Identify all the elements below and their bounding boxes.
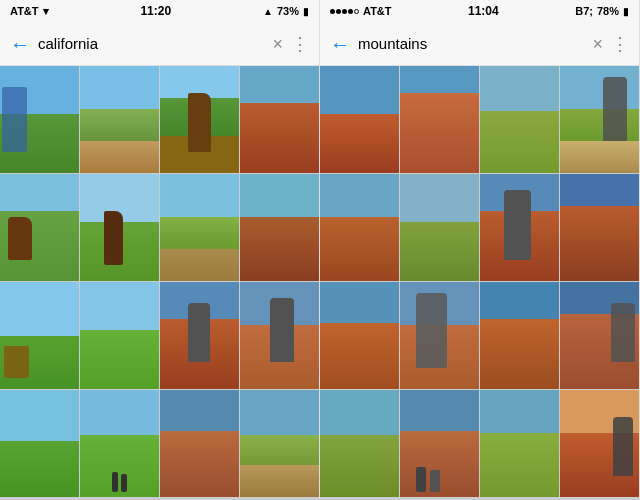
more-button-right[interactable]: ⋮ — [611, 35, 629, 53]
battery-icon-left: ▮ — [303, 6, 309, 17]
photo-cell[interactable] — [160, 66, 239, 173]
time-left: 11:20 — [140, 4, 171, 18]
photo-cell[interactable] — [480, 282, 559, 389]
photo-cell[interactable] — [80, 282, 159, 389]
photo-cell[interactable] — [240, 174, 319, 281]
photo-cell[interactable] — [400, 390, 479, 497]
back-button-right[interactable]: ← — [330, 34, 350, 54]
photo-cell[interactable] — [400, 174, 479, 281]
search-bar-right[interactable]: ← mountains × ⋮ — [320, 22, 639, 66]
right-panel: AT&T 11:04 B7; 78% ▮ ← mountains × ⋮ — [320, 0, 640, 500]
photo-cell[interactable] — [560, 282, 639, 389]
photo-cell[interactable] — [240, 66, 319, 173]
photo-cell[interactable] — [480, 390, 559, 497]
photo-cell[interactable] — [160, 282, 239, 389]
photo-cell[interactable] — [0, 282, 79, 389]
photo-cell[interactable] — [480, 66, 559, 173]
photo-cell[interactable] — [0, 66, 79, 173]
search-query-left[interactable]: california — [38, 35, 264, 52]
more-button-left[interactable]: ⋮ — [291, 35, 309, 53]
battery-label-right: 78% — [597, 5, 619, 17]
photo-cell[interactable] — [240, 282, 319, 389]
wifi-icon-left: ▾ — [43, 5, 49, 18]
carrier-right: AT&T — [363, 5, 392, 17]
photo-cell[interactable] — [320, 282, 399, 389]
battery-label-left: 73% — [277, 5, 299, 17]
search-bar-left[interactable]: ← california × ⋮ — [0, 22, 319, 66]
carrier-left: AT&T — [10, 5, 39, 17]
bluetooth-icon-right: B7; — [575, 5, 593, 17]
status-bar-right: AT&T 11:04 B7; 78% ▮ — [320, 0, 639, 22]
status-bar-left: AT&T ▾ 11:20 ▲ 73% ▮ — [0, 0, 319, 22]
photo-cell[interactable] — [160, 174, 239, 281]
photo-cell[interactable] — [480, 174, 559, 281]
photo-cell[interactable] — [240, 390, 319, 497]
photo-grid-right — [320, 66, 639, 500]
back-button-left[interactable]: ← — [10, 34, 30, 54]
photo-cell[interactable] — [400, 282, 479, 389]
photo-cell[interactable] — [80, 174, 159, 281]
photo-cell[interactable] — [320, 390, 399, 497]
photo-cell[interactable] — [0, 174, 79, 281]
left-panel: AT&T ▾ 11:20 ▲ 73% ▮ ← california × ⋮ — [0, 0, 320, 500]
photo-cell[interactable] — [320, 66, 399, 173]
photo-cell[interactable] — [560, 174, 639, 281]
photo-cell[interactable] — [80, 390, 159, 497]
gps-icon-left: ▲ — [263, 6, 273, 17]
photo-cell[interactable] — [160, 390, 239, 497]
clear-button-left[interactable]: × — [272, 35, 283, 53]
photo-cell[interactable] — [320, 174, 399, 281]
photo-grid-left — [0, 66, 319, 500]
photo-cell[interactable] — [560, 390, 639, 497]
battery-icon-right: ▮ — [623, 6, 629, 17]
photo-cell[interactable] — [80, 66, 159, 173]
time-right: 11:04 — [468, 4, 499, 18]
photo-cell[interactable] — [0, 390, 79, 497]
photo-cell[interactable] — [560, 66, 639, 173]
search-query-right[interactable]: mountains — [358, 35, 584, 52]
photo-cell[interactable] — [400, 66, 479, 173]
clear-button-right[interactable]: × — [592, 35, 603, 53]
